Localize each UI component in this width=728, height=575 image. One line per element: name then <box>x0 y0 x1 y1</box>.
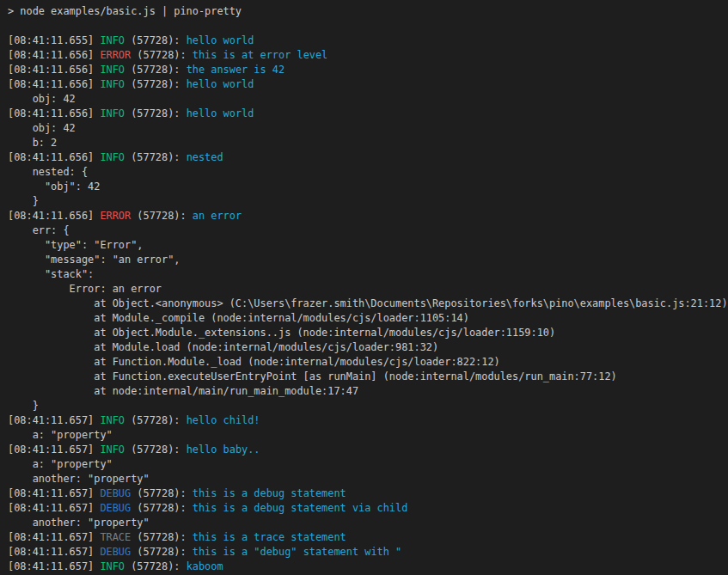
log-text: (57728): <box>125 560 187 572</box>
log-text: (57728): <box>125 34 187 46</box>
terminal-line <box>8 19 728 34</box>
log-text: (57728): <box>125 151 187 163</box>
log-timestamp: [08:41:11.656] <box>8 107 100 119</box>
log-message: the answer is 42 <box>187 64 285 76</box>
log-level-info: INFO <box>100 443 125 456</box>
log-text: (57728): <box>125 107 187 119</box>
log-timestamp: [08:41:11.656] <box>8 64 100 76</box>
log-timestamp: [08:41:11.657] <box>8 546 100 558</box>
log-text: (57728): <box>125 64 187 76</box>
terminal-line: "obj": 42 <box>8 180 728 194</box>
log-level-debug: DEBUG <box>100 546 131 558</box>
terminal-line: Error: an error <box>8 282 728 297</box>
log-text: } <box>8 195 39 207</box>
terminal-line: at Function.executeUserEntryPoint [as ru… <box>8 370 728 384</box>
terminal-line: at Object.Module._extensions..js (node:i… <box>8 326 728 340</box>
log-message: this is at error level <box>193 49 328 61</box>
log-timestamp: [08:41:11.656] <box>8 78 100 90</box>
log-timestamp: [08:41:11.657] <box>8 560 100 572</box>
terminal-line: [08:41:11.657] INFO (57728): hello baby.… <box>8 443 728 457</box>
log-message: hello world <box>187 78 254 90</box>
log-text: a: "property" <box>8 458 113 470</box>
log-text: "stack": <box>8 268 94 280</box>
log-text: (57728): <box>131 502 193 514</box>
log-text: another: "property" <box>8 517 150 529</box>
log-timestamp: [08:41:11.657] <box>8 531 100 543</box>
log-text: } <box>8 400 39 412</box>
terminal-line: [08:41:11.656] INFO (57728): hello world <box>8 77 728 92</box>
log-message: hello baby.. <box>187 443 260 456</box>
terminal-line: [08:41:11.656] ERROR (57728): an error <box>8 209 728 223</box>
log-message: an error <box>193 210 242 222</box>
terminal-line: obj: 42 <box>8 121 728 136</box>
log-message: this is a debug statement via child <box>193 502 408 514</box>
terminal-line: at Module._compile (node:internal/module… <box>8 311 728 326</box>
log-timestamp: [08:41:11.657] <box>8 502 100 514</box>
terminal-line: nested: { <box>8 165 728 180</box>
terminal-line: [08:41:11.656] ERROR (57728): this is at… <box>8 48 728 63</box>
terminal-line: at Function.Module._load (node:internal/… <box>8 355 728 370</box>
terminal-line: [08:41:11.657] DEBUG (57728): this is a … <box>8 486 728 501</box>
terminal-line: "stack": <box>8 267 728 282</box>
log-text: (57728): <box>131 546 193 558</box>
terminal-line: [08:41:11.657] DEBUG (57728): this is a … <box>8 501 728 516</box>
log-timestamp: [08:41:11.657] <box>8 487 100 499</box>
log-text: another: "property" <box>8 473 150 485</box>
terminal-line: [08:41:11.656] INFO (57728): the answer … <box>8 63 728 77</box>
log-message: hello child! <box>187 414 260 426</box>
terminal-line: err: { <box>8 223 728 238</box>
log-timestamp: [08:41:11.656] <box>8 210 100 222</box>
log-level-error: ERROR <box>100 49 131 61</box>
log-text: at Function.Module._load (node:internal/… <box>8 356 500 368</box>
log-level-trace: TRACE <box>100 531 131 543</box>
terminal-line: another: "property" <box>8 472 728 486</box>
terminal-line: at node:internal/main/run_main_module:17… <box>8 384 728 399</box>
command-line: > node examples/basic.js | pino-pretty <box>8 4 728 19</box>
log-message: hello world <box>187 107 254 119</box>
log-text: (57728): <box>131 210 193 222</box>
log-text: at node:internal/main/run_main_module:17… <box>8 385 358 397</box>
log-message: this is a trace statement <box>193 531 346 543</box>
log-level-info: INFO <box>100 560 125 572</box>
log-timestamp: [08:41:11.656] <box>8 151 100 163</box>
terminal-line: at Object.<anonymous> (C:\Users\frazer.s… <box>8 297 728 311</box>
log-level-debug: DEBUG <box>100 487 131 499</box>
terminal-line: "type": "Error", <box>8 238 728 253</box>
terminal-line: [08:41:11.657] INFO (57728): hello child… <box>8 413 728 428</box>
log-level-info: INFO <box>100 414 125 426</box>
terminal-line: obj: 42 <box>8 92 728 107</box>
log-level-info: INFO <box>100 107 125 119</box>
terminal-line: [08:41:11.657] TRACE (57728): this is a … <box>8 530 728 545</box>
terminal-line: } <box>8 194 728 209</box>
log-message: kaboom <box>187 560 223 572</box>
log-text: b: 2 <box>8 137 57 149</box>
terminal-line: b: 2 <box>8 136 728 150</box>
log-text: (57728): <box>131 531 193 543</box>
terminal-line: a: "property" <box>8 428 728 443</box>
log-level-info: INFO <box>100 151 125 163</box>
log-text: err: { <box>8 224 70 236</box>
log-text: (57728): <box>131 49 193 61</box>
log-message: nested <box>187 151 223 163</box>
log-text: (57728): <box>125 443 187 456</box>
log-timestamp: [08:41:11.657] <box>8 414 100 426</box>
log-message: this is a debug statement <box>193 487 346 499</box>
log-text: "message": "an error", <box>8 254 180 266</box>
terminal-output: > node examples/basic.js | pino-pretty[0… <box>0 0 728 575</box>
log-text: obj: 42 <box>8 122 76 134</box>
log-message: hello world <box>187 34 254 46</box>
log-text: Error: an error <box>8 283 162 295</box>
log-level-debug: DEBUG <box>100 502 131 514</box>
terminal-line: [08:41:11.657] DEBUG (57728): this is a … <box>8 545 728 560</box>
log-text: "obj": 42 <box>8 180 100 193</box>
log-level-error: ERROR <box>100 210 131 222</box>
log-text: at Module._compile (node:internal/module… <box>8 312 469 324</box>
terminal-line: [08:41:11.656] INFO (57728): nested <box>8 150 728 165</box>
log-level-info: INFO <box>100 64 125 76</box>
terminal-line: [08:41:11.657] INFO (57728): kaboom <box>8 560 728 574</box>
log-text: (57728): <box>125 78 187 90</box>
terminal-line: at Module.load (node:internal/modules/cj… <box>8 340 728 355</box>
terminal-line: "message": "an error", <box>8 253 728 267</box>
terminal-line: a: "property" <box>8 457 728 472</box>
log-timestamp: [08:41:11.656] <box>8 49 100 61</box>
